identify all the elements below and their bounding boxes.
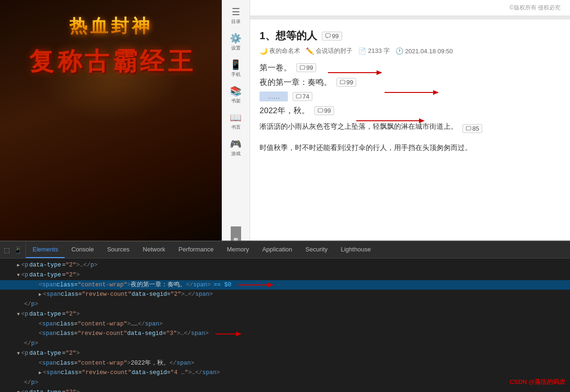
ellipsis-count-badge: 74: [293, 92, 312, 101]
tab-lighthouse[interactable]: Lighthouse: [334, 242, 377, 258]
volume-text: 第一卷。: [260, 62, 292, 73]
svg-marker-14: [268, 283, 274, 287]
mobile-icon-item[interactable]: 📱 手机: [222, 55, 250, 82]
body1-comment-icon: [466, 126, 471, 132]
svg-rect-2: [300, 66, 305, 69]
code-arrow-1: [236, 281, 274, 289]
subtitle-row-3: 经 王: [140, 45, 193, 78]
triangle-1[interactable]: ▶: [17, 262, 20, 269]
mobile-icon: 📱: [230, 59, 242, 70]
author-meta: 🌙 夜的命名术: [260, 47, 300, 55]
year-count-badge: 99: [314, 106, 334, 115]
tab-elements[interactable]: Elements: [26, 242, 65, 258]
tab-performance[interactable]: Performance: [172, 242, 220, 258]
devtools-tab-icons: ⬚ 📱: [0, 242, 26, 258]
menu-icon-item[interactable]: ☰ 目录: [222, 2, 250, 29]
code-line-12: ▶ <span class="review-count" data-segid=…: [0, 368, 570, 378]
chapter-main-title: 1、想等的人: [260, 29, 317, 43]
code-line-6: ▼ <p data-type="2" >: [0, 309, 570, 319]
code-line-4: ▶ <span class="review-count" data-segid=…: [0, 290, 570, 300]
game-icon-item[interactable]: 🎮 游戏: [222, 134, 250, 161]
body-text-2-row: 时值秋季，时不时还能看到没打伞的行人，用手挡在头顶匆匆而过。: [260, 141, 561, 158]
arrow-2: [382, 88, 439, 97]
chapter-count-badge: 99: [322, 32, 342, 41]
game-title-area: 热血封神 复 称 古 霸 经 王: [0, 14, 222, 78]
game-sidebar: 热血封神 复 称 古 霸 经 王: [0, 0, 222, 241]
device-icon[interactable]: 📱: [14, 246, 22, 254]
code-line-7: <span class="content-wrap" > …… </span>: [0, 319, 570, 329]
subtitle-row-2: 古 霸: [84, 45, 137, 78]
tab-security[interactable]: Security: [299, 242, 334, 258]
tab-network[interactable]: Network: [136, 242, 172, 258]
red-arrow-3: [354, 116, 425, 125]
svg-rect-0: [326, 33, 330, 37]
copyright-text: ©版权所有 侵权必究: [260, 0, 561, 16]
icon-sidebar: ☰ 目录 ⚙️ 设置 📱 手机 📚 书架 📖 书页 🎮 游戏 指南: [222, 0, 250, 241]
tab-memory[interactable]: Memory: [220, 242, 256, 258]
red-arrow-2: [382, 88, 439, 97]
bookshelf-icon-item[interactable]: 📚 书架: [222, 82, 250, 108]
code-line-8: <span class="review-count" data-segid="3…: [0, 329, 570, 339]
subtitle-row-1: 复 称: [29, 45, 82, 78]
char-ba: 霸: [113, 45, 137, 78]
year-text: 2022年，秋。: [260, 105, 310, 116]
svg-rect-12: [466, 126, 471, 130]
code-line-10: ▼ <p data-type="2" >: [0, 349, 570, 359]
wordcount-icon: 📄: [358, 47, 366, 55]
arrow-1: [326, 68, 382, 77]
settings-icon: ⚙️: [230, 33, 242, 44]
code-line-11: <span class="content-wrap" > 2022年，秋。 </…: [0, 359, 570, 368]
chapter-title-row: 1、想等的人 99: [260, 29, 561, 43]
code-arrow-2: [213, 330, 242, 338]
svg-rect-8: [296, 94, 301, 98]
game-subtitle: 复 称 古 霸 经 王: [29, 45, 193, 78]
tab-application[interactable]: Application: [256, 242, 299, 258]
char-cheng: 称: [58, 45, 82, 78]
settings-icon-item[interactable]: ⚙️ 设置: [222, 29, 250, 55]
csdn-watermark: CSDN @落伍的码农: [510, 378, 565, 386]
editor-icon: ✏️: [306, 47, 314, 55]
code-line-9: </p>: [0, 339, 570, 349]
char-fu: 复: [29, 45, 54, 78]
bookmark-icon-item[interactable]: 📖 书页: [222, 108, 250, 134]
chapter-header: 1、想等的人 99 🌙 夜的命名术 ✏️ 会说话的肘子 📄: [260, 29, 561, 55]
game-title: 热血封神: [69, 14, 152, 38]
svg-marker-4: [377, 70, 382, 75]
bookmark-icon: 📖: [230, 112, 242, 123]
meta-row: 🌙 夜的命名术 ✏️ 会说话的肘子 📄 2133 字 🕐 2021.04.18 …: [260, 47, 561, 55]
content-area[interactable]: ©版权所有 侵权必究 1、想等的人 99 🌙 夜的命名术 ✏️: [250, 0, 570, 241]
code-line-3: <span class="content-wrap" > 夜的第一章：奏鸣。 <…: [0, 280, 570, 290]
svg-marker-11: [419, 118, 425, 123]
triangle-2[interactable]: ▼: [17, 272, 20, 279]
editor-meta: ✏️ 会说话的肘子: [306, 47, 352, 55]
ellipsis-badge: ……: [260, 92, 288, 101]
red-arrow-1: [326, 68, 382, 77]
section-divider: [250, 16, 570, 19]
code-line-14: ▼ <p data-type="2" >: [0, 388, 570, 392]
tab-console[interactable]: Console: [65, 242, 101, 258]
comment-icon: [325, 33, 331, 39]
chapter-name-row: 夜的第一章：奏鸣。 99: [260, 77, 561, 88]
char-wang: 王: [168, 45, 193, 78]
time-icon: 🕐: [395, 47, 403, 55]
body-text-2: 时值秋季，时不时还能看到没打伞的行人，用手挡在头顶匆匆而过。: [260, 141, 472, 154]
inspect-icon[interactable]: ⬚: [4, 246, 10, 254]
wordcount-meta: 📄 2133 字: [358, 47, 390, 55]
code-line-2: ▼ <p data-type="2" >: [0, 270, 570, 280]
devtools-tabs: ⬚ 📱 Elements Console Sources Network Per…: [0, 242, 570, 259]
tab-sources[interactable]: Sources: [101, 242, 136, 258]
volume-comment-icon: [300, 65, 305, 71]
game-icon: 🎮: [230, 138, 242, 150]
code-line-13: </p>: [0, 378, 570, 388]
time-meta: 🕐 2021.04.18 09:50: [395, 47, 453, 55]
main-area: 热血封神 复 称 古 霸 经 王 ☰ 目录: [0, 0, 570, 241]
chapter-name-text: 夜的第一章：奏鸣。: [260, 77, 332, 88]
devtools-code-content[interactable]: ▶ <p data-type="2" >…</p> ▼ <p data-type…: [0, 259, 570, 392]
svg-marker-7: [433, 90, 439, 95]
guide-button[interactable]: 指南: [231, 226, 241, 241]
year-row: 2022年，秋。 99: [260, 105, 561, 116]
char-gu: 古: [84, 45, 109, 78]
code-line-1: ▶ <p data-type="2" >…</p>: [0, 260, 570, 270]
code-line-5: </p>: [0, 300, 570, 309]
year-comment-icon: [318, 108, 323, 114]
